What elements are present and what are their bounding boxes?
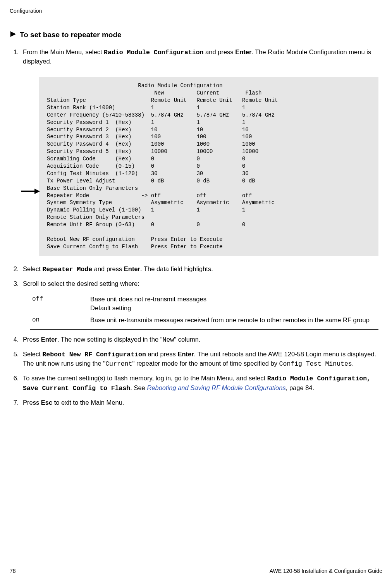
step-4-text-c: . The new setting is displayed in the " [57,336,163,343]
step-5-text-i: . [352,360,354,367]
term-title: Radio Module Configuration [47,83,223,89]
step-5-enter: Enter [177,351,194,358]
step-7: Press Esc to exit to the Main Menu. [21,398,382,407]
term-head: New Current Flash [47,90,262,96]
step-7-esc: Esc [41,399,52,406]
right-arrow-icon [10,31,17,39]
term-l14: Repeater Mode -> off off off [47,193,252,199]
term-l10: Acquisition Code (0-15) 0 0 0 [47,163,245,169]
step-5-text-g: " repeater mode for the amount of time s… [132,360,279,367]
step-2-enter: Enter [124,265,140,272]
term-l6: Security Password 3 (Hex) 100 100 100 [47,134,252,140]
term-l12: Tx Power Level Adjust 0 dB 0 dB 0 dB [47,178,255,184]
term-l15: System Symmetry Type Asymmetric Asymmetr… [47,199,275,206]
step-6-text-c: . See [130,384,147,391]
term-l3: Center Frequency (57410-58338) 5.7874 GH… [47,112,275,118]
running-head: Configuration [10,8,382,14]
procedure-steps: From the Main Menu, select Radio Module … [10,48,382,407]
step-4-new: New [163,336,174,344]
term-l4: Security Password 1 (Hex) 1 1 1 [47,119,245,125]
term-l7: Security Password 4 (Hex) 1000 1000 1000 [47,141,255,147]
step-2-text-a: Select [23,265,42,272]
step-5-text-c: and press [146,351,178,358]
step-5-current: Current [105,360,132,368]
term-l5: Security Password 2 (Hex) 10 10 10 [47,127,249,133]
step-1: From the Main Menu, select Radio Module … [21,48,382,256]
terminal-block: Radio Module Configuration New Current F… [39,77,378,256]
settings-key-off: off [32,295,83,313]
step-1-menu: Radio Module Configuration [104,49,203,56]
step-5-config-test: Config Test Minutes [279,360,352,368]
term-l1: Station Type Remote Unit Remote Unit Rem… [47,97,278,103]
step-4: Press Enter. The new setting is displaye… [21,335,382,344]
term-l21: Save Current Config to Flash Press Enter… [47,244,223,250]
step-1-text-a: From the Main Menu, select [23,48,104,55]
step-4-text-e: " column. [174,336,200,343]
svg-rect-1 [21,191,34,192]
term-l18: Remote Unit RF Group (0-63) 0 0 0 [47,222,245,228]
settings-key-on: on [32,316,83,325]
step-6-link[interactable]: Rebooting and Saving RF Module Configura… [147,384,285,391]
step-5-text-a: Select [23,351,42,358]
term-l9: Scrambling Code (Hex) 0 0 0 [47,156,245,162]
step-6: To save the current setting(s) to flash … [21,374,382,392]
guide-title: AWE 120-58 Installation & Configuration … [270,568,382,574]
page-number: 78 [10,568,16,574]
step-2-text-e: . The data field highlights. [140,265,213,272]
svg-marker-2 [34,189,40,194]
settings-val-on: Base unit re-transmits messages received… [90,316,376,325]
settings-val-off: Base unit does not re-transmit messages … [90,295,376,313]
term-l16: Dynamic Polling Level (1-100) 1 1 1 [47,207,245,213]
settings-off-line2: Default setting [90,304,376,313]
term-l8: Security Password 5 (Hex) 10000 10000 10… [47,148,258,155]
callout-arrow-icon [21,187,40,193]
step-3: Scroll to select the desired setting whe… [21,279,382,330]
step-1-enter: Enter [235,48,251,55]
term-l13: Base Station Only Parameters [47,185,138,191]
step-4-enter: Enter [41,336,57,343]
page-footer: 78 AWE 120-58 Installation & Configurati… [10,566,382,574]
step-7-text-a: Press [23,399,41,406]
step-2-text-c: and press [92,265,124,272]
settings-row-on: on Base unit re-transmits messages recei… [30,314,378,326]
step-6-text-e: , page 84. [286,384,314,391]
settings-off-line1: Base unit does not re-transmit messages [90,295,376,304]
step-2-option: Repeater Mode [42,266,92,273]
step-1-text-c: and press [204,48,236,55]
section-title: To set base to repeater mode [20,31,122,39]
term-l17: Remote Station Only Parameters [47,214,144,220]
step-3-text: Scroll to select the desired setting whe… [23,280,139,287]
terminal-screen: Radio Module Configuration New Current F… [39,77,378,256]
settings-row-off: off Base unit does not re-transmit messa… [30,293,378,314]
term-l2: Station Rank (1-1000) 1 1 1 [47,105,245,111]
settings-table: off Base unit does not re-transmit messa… [30,290,378,330]
step-6-text-a: To save the current setting(s) to flash … [23,375,267,382]
header-rule [10,15,382,15]
step-5: Select Reboot New RF Configuration and p… [21,350,382,368]
step-4-text-a: Press [23,336,41,343]
step-2: Select Repeater Mode and press Enter. Th… [21,265,382,274]
svg-marker-0 [10,31,16,37]
step-7-text-c: to exit to the Main Menu. [52,399,124,406]
term-l11: Config Test Minutes (1-120) 30 30 30 [47,170,249,177]
term-l20: Reboot New RF configuration Press Enter … [47,236,223,242]
step-5-cmd: Reboot New RF Configuration [42,351,146,358]
section-heading: To set base to repeater mode [10,31,382,39]
